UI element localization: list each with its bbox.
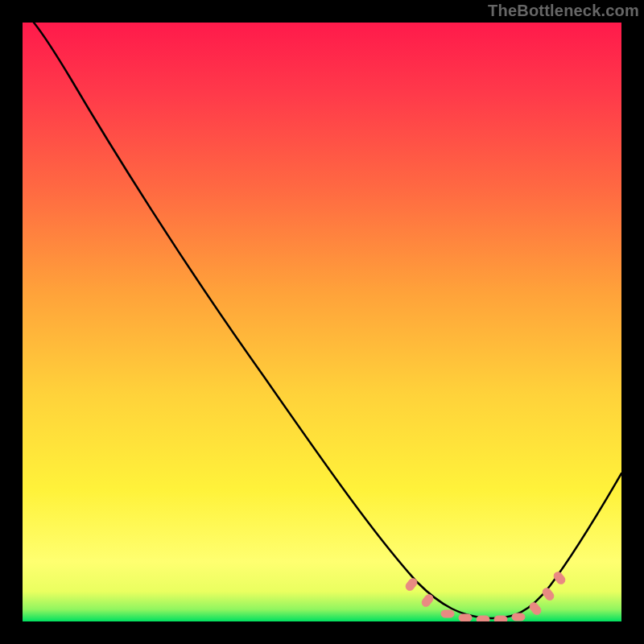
marker-dot bbox=[441, 610, 454, 617]
chart-frame: TheBottleneck.com bbox=[0, 0, 644, 644]
gradient-background bbox=[23, 23, 621, 621]
marker-dot bbox=[477, 616, 489, 621]
watermark-text: TheBottleneck.com bbox=[488, 2, 639, 20]
chart-svg bbox=[23, 23, 621, 621]
marker-dot bbox=[512, 613, 525, 621]
plot-area bbox=[23, 23, 621, 621]
marker-dot bbox=[494, 616, 507, 621]
marker-dot bbox=[459, 614, 472, 621]
